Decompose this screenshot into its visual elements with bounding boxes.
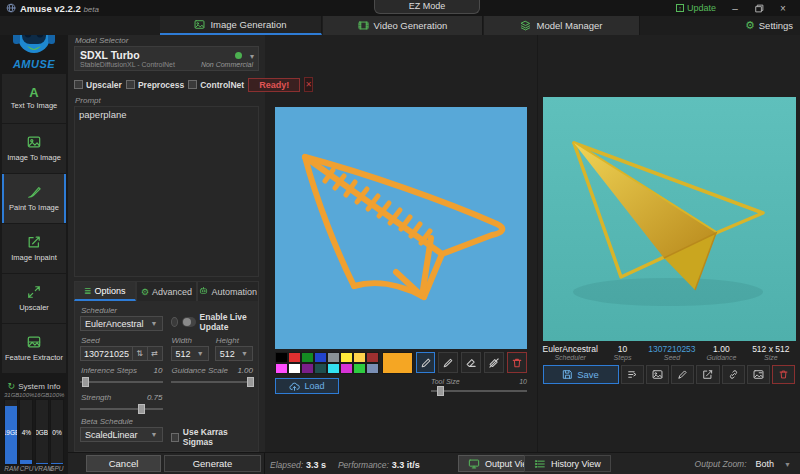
clear-mask-button[interactable] [484, 352, 504, 373]
send-to-text-to-image-button[interactable] [621, 365, 644, 384]
inference-steps-slider[interactable] [80, 376, 163, 388]
vram-meter: 0GB [35, 399, 49, 465]
brush-icon [27, 185, 41, 201]
clear-canvas-button[interactable] [507, 352, 527, 373]
load-image-button[interactable]: Load [275, 378, 339, 394]
sidebar-item-image-to-image[interactable]: Image To Image [2, 124, 66, 173]
palette-color[interactable] [301, 352, 314, 363]
preprocess-checkbox[interactable]: Preprocess [126, 80, 184, 90]
sidebar-item-upscaler[interactable]: Upscaler [2, 274, 66, 323]
sidebar-item-paint-to-image[interactable]: Paint To Image [2, 174, 66, 223]
send-to-feature-extractor-button[interactable] [747, 365, 770, 384]
sidebar-item-image-inpaint[interactable]: Image Inpaint [2, 224, 66, 273]
sidebar-item-text-to-image[interactable]: A Text To Image [2, 74, 66, 123]
palette-color[interactable] [314, 352, 327, 363]
palette-color[interactable] [366, 363, 379, 374]
pen-tool-button[interactable] [438, 352, 458, 373]
width-dropdown[interactable]: 512▼ [171, 346, 209, 361]
send-to-paint-button[interactable] [671, 365, 694, 384]
palette-color[interactable] [301, 363, 314, 374]
output-panel: EulerAncestralScheduler 10Steps 13072102… [537, 35, 800, 452]
tool-size-slider[interactable] [431, 385, 527, 397]
close-button[interactable]: × [772, 1, 794, 15]
model-selector[interactable]: SDXL Turbo StableDiffusionXL - ControlNe… [74, 46, 259, 71]
send-to-upscaler-button[interactable] [722, 365, 745, 384]
guidance-scale-slider[interactable] [171, 376, 254, 388]
floppy-icon [562, 369, 573, 380]
save-button[interactable]: Save [543, 365, 619, 384]
image-icon [194, 19, 205, 30]
beta-schedule-dropdown[interactable]: ScaledLinear▼ [80, 427, 163, 442]
eraser-tool-button[interactable] [461, 352, 481, 373]
tab-video-generation[interactable]: Video Generation [323, 16, 483, 35]
seed-input[interactable] [80, 346, 133, 361]
amuse-logo-text: AMUSE [13, 58, 55, 70]
model-selector-label: Model Selector [75, 36, 259, 45]
trash-icon [778, 369, 789, 380]
stack-icon [520, 20, 531, 31]
current-color-swatch[interactable] [382, 352, 413, 374]
tab-automation[interactable]: Automation [197, 281, 259, 301]
paint-toolbar [275, 352, 527, 374]
palette-color[interactable] [353, 352, 366, 363]
live-update-toggle[interactable] [182, 317, 196, 327]
tab-options[interactable]: ≣Options [74, 281, 136, 301]
scheduler-dropdown[interactable]: EulerAncestral▼ [80, 316, 163, 331]
send-to-inpaint-button[interactable] [696, 365, 719, 384]
cpu-meter: 4% [19, 399, 33, 465]
palette-color[interactable] [275, 352, 288, 363]
titlebar: Amuse v2.2.2 beta EZ Mode ↑ Update – × [0, 0, 800, 16]
tab-image-generation[interactable]: Image Generation [160, 16, 322, 35]
cancel-button[interactable]: Cancel [86, 455, 161, 472]
palette-color[interactable] [275, 363, 288, 374]
palette-color[interactable] [340, 352, 353, 363]
sliders-icon: ≣ [84, 286, 92, 296]
palette-color[interactable] [353, 363, 366, 374]
generation-panel: Model Selector SDXL Turbo StableDiffusio… [68, 16, 265, 452]
seed-repeat-button[interactable]: ⇅ [133, 346, 148, 361]
paint-canvas[interactable] [275, 107, 527, 349]
send-to-image-to-image-button[interactable] [646, 365, 669, 384]
karras-sigmas-checkbox[interactable]: Use Karras Sigmas [171, 427, 254, 447]
prompt-input[interactable]: paperplane [74, 106, 259, 277]
output-zoom-dropdown[interactable]: Both▼ [752, 458, 795, 470]
seed-label: Seed [81, 336, 163, 345]
seed-link[interactable]: 1307210253 [647, 344, 696, 354]
list-arrow-icon [627, 369, 638, 380]
status-bar: Cancel Generate Elapsed: 3.3 s Performan… [0, 452, 800, 474]
upscaler-checkbox[interactable]: Upscaler [74, 80, 122, 90]
generate-button[interactable]: Generate [164, 455, 261, 472]
palette-color[interactable] [327, 363, 340, 374]
maximize-button[interactable] [748, 1, 770, 15]
palette-color[interactable] [288, 352, 301, 363]
inference-steps-value: 10 [154, 366, 163, 375]
image-icon [652, 369, 663, 380]
palette-color[interactable] [327, 352, 340, 363]
sidebar-item-feature-extractor[interactable]: Feature Extractor [2, 324, 66, 373]
output-zoom-label: Output Zoom: [695, 459, 747, 469]
eraser-slash-icon [488, 357, 500, 369]
update-button[interactable]: ↑ Update [676, 3, 716, 13]
minimize-button[interactable]: – [724, 1, 746, 15]
strength-slider[interactable] [80, 403, 163, 415]
tab-model-manager[interactable]: Model Manager [484, 16, 640, 35]
ready-button[interactable]: Ready! [248, 78, 300, 92]
palette-color[interactable] [366, 352, 379, 363]
history-view-button[interactable]: History View [524, 455, 611, 472]
seed-shuffle-button[interactable]: ⇄ [148, 346, 163, 361]
height-dropdown[interactable]: 512▼ [215, 346, 253, 361]
pencil-tool-button[interactable] [416, 352, 436, 373]
controlnet-checkbox[interactable]: ControlNet [188, 80, 244, 90]
cloud-upload-icon [289, 381, 300, 392]
palette-color[interactable] [340, 363, 353, 374]
letter-a-icon: A [29, 86, 38, 99]
palette-color[interactable] [288, 363, 301, 374]
tab-advanced[interactable]: ⚙Advanced [136, 281, 198, 301]
unload-model-button[interactable]: ✕ [304, 77, 313, 92]
settings-button[interactable]: ⚙ Settings [738, 16, 800, 35]
performance-stat: Performance: 3.3 it/s [338, 459, 420, 470]
system-info: ↻ System Info 31GB 100% 16GB 100% 19GB 4… [1, 379, 67, 474]
delete-output-button[interactable] [772, 365, 795, 384]
palette-color[interactable] [314, 363, 327, 374]
ez-mode-button[interactable]: EZ Mode [374, 0, 480, 14]
